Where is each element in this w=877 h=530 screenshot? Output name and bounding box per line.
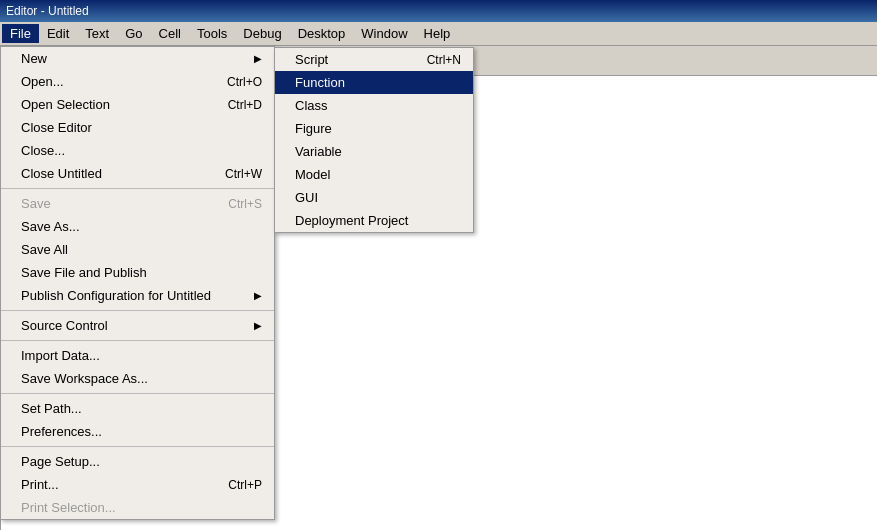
sep-5 xyxy=(1,446,274,447)
menu-save-item[interactable]: Save Ctrl+S xyxy=(1,192,274,215)
import-data-label: Import Data... xyxy=(21,348,100,363)
print-label: Print... xyxy=(21,477,59,492)
file-dropdown-menu: New ▶ Script Ctrl+N Function Class Figur… xyxy=(0,46,275,520)
menu-print-item[interactable]: Print... Ctrl+P xyxy=(1,473,274,496)
open-label: Open... xyxy=(21,74,64,89)
source-control-label: Source Control xyxy=(21,318,108,333)
sep-4 xyxy=(1,393,274,394)
menu-bar: File Edit Text Go Cell Tools Debug Deskt… xyxy=(0,22,877,46)
sep-3 xyxy=(1,340,274,341)
submenu-variable[interactable]: Variable xyxy=(275,140,473,163)
menu-debug[interactable]: Debug xyxy=(235,24,289,43)
menu-help[interactable]: Help xyxy=(416,24,459,43)
menu-file[interactable]: File xyxy=(2,24,39,43)
model-label: Model xyxy=(295,167,330,182)
publish-config-label: Publish Configuration for Untitled xyxy=(21,288,211,303)
menu-window[interactable]: Window xyxy=(353,24,415,43)
submenu-function[interactable]: Function xyxy=(275,71,473,94)
menu-publish-config-item[interactable]: Publish Configuration for Untitled ▶ xyxy=(1,284,274,307)
script-shortcut: Ctrl+N xyxy=(397,53,461,67)
submenu-figure[interactable]: Figure xyxy=(275,117,473,140)
preferences-label: Preferences... xyxy=(21,424,102,439)
menu-open-item[interactable]: Open... Ctrl+O xyxy=(1,70,274,93)
save-shortcut: Ctrl+S xyxy=(198,197,262,211)
menu-cell[interactable]: Cell xyxy=(151,24,189,43)
gui-label: GUI xyxy=(295,190,318,205)
open-selection-shortcut: Ctrl+D xyxy=(198,98,262,112)
menu-preferences-item[interactable]: Preferences... xyxy=(1,420,274,443)
menu-import-data-item[interactable]: Import Data... xyxy=(1,344,274,367)
script-label: Script xyxy=(295,52,328,67)
open-selection-label: Open Selection xyxy=(21,97,110,112)
deployment-label: Deployment Project xyxy=(295,213,408,228)
menu-save-workspace-item[interactable]: Save Workspace As... xyxy=(1,367,274,390)
menu-save-publish-item[interactable]: Save File and Publish xyxy=(1,261,274,284)
menu-go[interactable]: Go xyxy=(117,24,150,43)
menu-save-as-item[interactable]: Save As... xyxy=(1,215,274,238)
new-arrow: ▶ xyxy=(254,53,262,64)
title-bar: Editor - Untitled xyxy=(0,0,877,22)
menu-page-setup-item[interactable]: Page Setup... xyxy=(1,450,274,473)
function-label: Function xyxy=(295,75,345,90)
save-as-label: Save As... xyxy=(21,219,80,234)
menu-open-selection-item[interactable]: Open Selection Ctrl+D xyxy=(1,93,274,116)
menu-source-control-item[interactable]: Source Control ▶ xyxy=(1,314,274,337)
publish-config-arrow: ▶ xyxy=(254,290,262,301)
menu-tools[interactable]: Tools xyxy=(189,24,235,43)
title-text: Editor - Untitled xyxy=(6,4,89,18)
save-all-label: Save All xyxy=(21,242,68,257)
menu-print-selection-item[interactable]: Print Selection... xyxy=(1,496,274,519)
class-label: Class xyxy=(295,98,328,113)
menu-set-path-item[interactable]: Set Path... xyxy=(1,397,274,420)
variable-label: Variable xyxy=(295,144,342,159)
save-workspace-label: Save Workspace As... xyxy=(21,371,148,386)
submenu-script[interactable]: Script Ctrl+N xyxy=(275,48,473,71)
menu-close-item[interactable]: Close... xyxy=(1,139,274,162)
menu-new-item[interactable]: New ▶ Script Ctrl+N Function Class Figur… xyxy=(1,47,274,70)
submenu-model[interactable]: Model xyxy=(275,163,473,186)
source-control-arrow: ▶ xyxy=(254,320,262,331)
close-untitled-label: Close Untitled xyxy=(21,166,102,181)
menu-close-editor-item[interactable]: Close Editor xyxy=(1,116,274,139)
menu-close-untitled-item[interactable]: Close Untitled Ctrl+W xyxy=(1,162,274,185)
print-selection-label: Print Selection... xyxy=(21,500,116,515)
save-publish-label: Save File and Publish xyxy=(21,265,147,280)
submenu-deployment[interactable]: Deployment Project xyxy=(275,209,473,232)
menu-edit[interactable]: Edit xyxy=(39,24,77,43)
figure-label: Figure xyxy=(295,121,332,136)
menu-desktop[interactable]: Desktop xyxy=(290,24,354,43)
save-label: Save xyxy=(21,196,51,211)
main-area: New ▶ Script Ctrl+N Function Class Figur… xyxy=(0,76,877,530)
submenu-gui[interactable]: GUI xyxy=(275,186,473,209)
sep-2 xyxy=(1,310,274,311)
open-shortcut: Ctrl+O xyxy=(197,75,262,89)
new-label: New xyxy=(21,51,47,66)
menu-text[interactable]: Text xyxy=(77,24,117,43)
set-path-label: Set Path... xyxy=(21,401,82,416)
new-submenu: Script Ctrl+N Function Class Figure Vari… xyxy=(274,47,474,233)
submenu-class[interactable]: Class xyxy=(275,94,473,117)
sep-1 xyxy=(1,188,274,189)
close-label: Close... xyxy=(21,143,65,158)
print-shortcut: Ctrl+P xyxy=(198,478,262,492)
menu-save-all-item[interactable]: Save All xyxy=(1,238,274,261)
close-editor-label: Close Editor xyxy=(21,120,92,135)
close-untitled-shortcut: Ctrl+W xyxy=(195,167,262,181)
page-setup-label: Page Setup... xyxy=(21,454,100,469)
